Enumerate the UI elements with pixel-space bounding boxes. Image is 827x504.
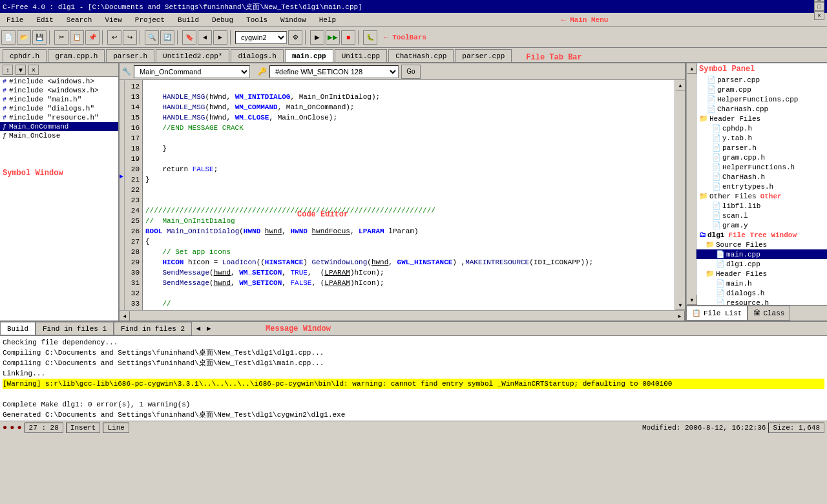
tree-source-files[interactable]: 📁 Source Files — [696, 240, 827, 249]
symbol-close-button[interactable]: × — [28, 65, 39, 75]
new-button[interactable]: 📄 — [1, 30, 16, 45]
maximize-button[interactable]: □ — [814, 2, 824, 11]
tree-libfl[interactable]: 📄 libfl.lib — [696, 201, 827, 211]
menu-debug[interactable]: Debug — [208, 15, 237, 25]
tree-resourceh[interactable]: 📄 resource.h — [696, 298, 827, 305]
tab-unit1[interactable]: Unit1.cpp — [335, 49, 387, 62]
tree-entrytypes[interactable]: 📄 entrytypes.h — [696, 182, 827, 191]
symbol-sort-button[interactable]: ↕ — [3, 65, 13, 75]
scroll-left-button[interactable]: ◄ — [120, 311, 130, 320]
menu-build[interactable]: Build — [174, 15, 203, 25]
run-button[interactable]: ▶▶ — [326, 30, 340, 45]
tab-cphdr[interactable]: cphdr.h — [3, 49, 47, 62]
tree-helperfunctions[interactable]: 📄 HelperFunctions.cpp — [696, 94, 827, 104]
file-icon-et: 📄 — [712, 182, 721, 191]
tree-gram-cpp[interactable]: 📄 gram.cpp — [696, 85, 827, 94]
menu-search[interactable]: Search — [63, 15, 96, 25]
tree-cphdr[interactable]: 📄 cphdр.h — [696, 123, 827, 133]
menu-file[interactable]: File — [3, 15, 27, 25]
next-bookmark-button[interactable]: ► — [213, 30, 227, 45]
symbol-include-dialogs[interactable]: # #include "dialogs.h" — [0, 104, 118, 113]
copy-button[interactable]: 📋 — [70, 30, 84, 45]
bookmark-button[interactable]: 🔖 — [182, 30, 196, 45]
menu-edit[interactable]: Edit — [32, 15, 57, 25]
tree-folder-header[interactable]: 📁 Header Files — [696, 114, 827, 123]
tab-chathash[interactable]: ChatHash.cpp — [388, 49, 454, 62]
open-button[interactable]: 📂 — [17, 30, 31, 45]
cut-button[interactable]: ✂ — [54, 30, 68, 45]
go-button[interactable]: Go — [401, 65, 421, 79]
scroll-left-tab[interactable]: ◄ — [193, 322, 204, 335]
tab-main-cpp[interactable]: main.cpp — [285, 49, 333, 62]
menu-tools[interactable]: Tools — [242, 15, 271, 25]
scroll-thumb-h[interactable] — [130, 311, 675, 320]
scroll-down-button[interactable]: ▼ — [675, 300, 685, 310]
tree-gramcpph[interactable]: 📄 gram.cpp.h — [696, 152, 827, 162]
symbol-main-oncommand[interactable]: ƒ Main_OnCommand — [0, 122, 118, 131]
compiler-select[interactable]: cygwin2 — [235, 31, 287, 44]
tree-scroll-down[interactable]: ▼ — [687, 295, 697, 305]
tree-parser-cpp[interactable]: 📄 parser.cpp — [696, 75, 827, 85]
compile-options-button[interactable]: ⚙ — [288, 30, 302, 45]
tree-scanl[interactable]: 📄 scan.l — [696, 211, 827, 220]
tree-dlg1-cpp[interactable]: 📄 dlg1.cpp — [696, 259, 827, 269]
symbol-main-onclose[interactable]: ƒ Main_OnClose — [0, 131, 118, 140]
symbol-include-resource[interactable]: # #include "resource.h" — [0, 113, 118, 122]
menu-view[interactable]: View — [101, 15, 125, 25]
scroll-thumb-v[interactable] — [675, 90, 685, 300]
scroll-up-button[interactable]: ▲ — [675, 80, 685, 90]
tree-folder-other[interactable]: 📁 Other Files Other — [696, 191, 827, 201]
msg-compile-main: Compiling C:\Documents and Settings\funi… — [3, 358, 824, 368]
tab-gram[interactable]: gram.cpp.h — [48, 49, 105, 62]
replace-button[interactable]: 🔄 — [160, 30, 174, 45]
tab-parser-h[interactable]: parser.h — [106, 49, 154, 62]
code-content[interactable]: HANDLE_MSG(hWnd, WM_INITDIALOG, Main_OnI… — [143, 80, 675, 310]
tree-gramy[interactable]: 📄 gram.y — [696, 220, 827, 230]
find-button[interactable]: 🔍 — [145, 30, 159, 45]
tab-dialogs[interactable]: dialogs.h — [231, 49, 283, 62]
tab-file-list[interactable]: 📋 File List — [686, 306, 748, 320]
tree-header-files-dlg1[interactable]: 📁 Header Files — [696, 269, 827, 278]
scroll-right-tab[interactable]: ► — [204, 322, 214, 335]
prev-bookmark-button[interactable]: ◄ — [198, 30, 212, 45]
menu-project[interactable]: Project — [131, 15, 169, 25]
code-vscrollbar[interactable]: ▲ ▼ — [675, 80, 685, 310]
tree-scroll-up[interactable]: ▲ — [687, 63, 697, 74]
scroll-right-button[interactable]: ► — [675, 311, 685, 320]
menu-window[interactable]: Window — [277, 15, 310, 25]
tree-helperfunctionsh[interactable]: 📄 HelperFunctions.h — [696, 162, 827, 172]
tab-class[interactable]: 🏛 Class — [748, 306, 790, 320]
paste-button[interactable]: 📌 — [85, 30, 99, 45]
tree-mainh[interactable]: 📄 main.h — [696, 278, 827, 288]
tree-dialogsh[interactable]: 📄 dialogs.h — [696, 288, 827, 298]
tree-parser-h[interactable]: 📄 parser.h — [696, 143, 827, 152]
stop-button[interactable]: ■ — [341, 30, 355, 45]
tab-untitled[interactable]: Untitled2.cpp* — [156, 49, 229, 62]
tree-vscrollbar[interactable]: ▲ ▼ — [686, 63, 696, 305]
symbol-filter-button[interactable]: ▼ — [16, 65, 26, 75]
function-dropdown[interactable]: Main_OnCommand — [134, 65, 250, 78]
build-button[interactable]: ▶ — [310, 30, 324, 45]
menu-help[interactable]: Help — [315, 15, 340, 25]
message-content[interactable]: Checking file dependency... Compiling C:… — [0, 336, 827, 421]
tree-dlg1-project[interactable]: 🗂 dlg1 File Tree Window — [696, 230, 827, 240]
redo-button[interactable]: ↪ — [123, 30, 137, 45]
tab-build[interactable]: Build — [0, 322, 36, 335]
tree-scroll-thumb[interactable] — [687, 74, 696, 295]
undo-button[interactable]: ↩ — [107, 30, 121, 45]
tree-main-cpp[interactable]: 📄 main.cpp — [696, 249, 827, 259]
tab-find-2[interactable]: Find in files 2 — [114, 322, 192, 335]
symbol-dropdown[interactable]: #define WM_SETICON 128 — [269, 65, 399, 78]
tab-parser-cpp[interactable]: parser.cpp — [455, 49, 512, 62]
tree-charhash[interactable]: 📄 CharHash.cpp — [696, 104, 827, 114]
tree-charhashh[interactable]: 📄 CharHash.h — [696, 172, 827, 182]
tab-find-1[interactable]: Find in files 1 — [36, 322, 114, 335]
symbol-include-main[interactable]: # #include "main.h" — [0, 95, 118, 104]
symbol-include-windowsx[interactable]: # #include <windowsx.h> — [0, 86, 118, 95]
code-hscrollbar[interactable]: ◄ ► — [120, 310, 685, 320]
save-button[interactable]: 💾 — [32, 30, 47, 45]
symbol-include-windows[interactable]: # #include <windows.h> — [0, 77, 118, 86]
debug-button[interactable]: 🐛 — [363, 30, 377, 45]
tree-ytab[interactable]: 📄 y.tab.h — [696, 133, 827, 143]
file-icon-gramcpph: 📄 — [712, 153, 721, 162]
